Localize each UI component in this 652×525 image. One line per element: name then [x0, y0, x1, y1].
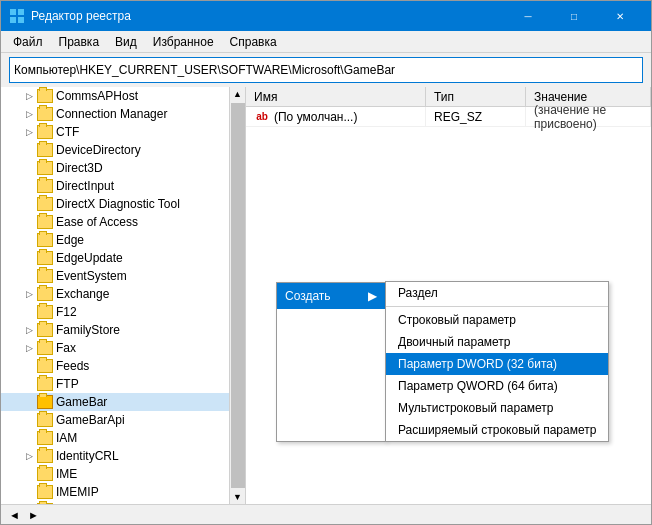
tree-item-connection-manager[interactable]: ▷ Connection Manager — [1, 105, 229, 123]
scroll-down[interactable]: ▼ — [231, 490, 245, 504]
folder-icon — [37, 125, 53, 139]
app-icon — [9, 8, 25, 24]
tree-item-ime[interactable]: IME — [1, 465, 229, 483]
expand-icon — [21, 430, 37, 446]
tree-label: DirectX Diagnostic Tool — [56, 197, 180, 211]
tree-item-fax[interactable]: ▷ Fax — [1, 339, 229, 357]
expand-icon — [21, 160, 37, 176]
tree-item-ctf[interactable]: ▷ CTF — [1, 123, 229, 141]
expand-icon: ▷ — [21, 106, 37, 122]
expand-icon — [21, 358, 37, 374]
detail-name-value: (По умолчан...) — [274, 110, 357, 124]
folder-icon — [37, 467, 53, 481]
tree-label: Ease of Access — [56, 215, 138, 229]
expand-icon: ▷ — [21, 88, 37, 104]
bottom-nav: ◄ ► — [1, 504, 651, 524]
registry-editor-window: Редактор реестра ─ □ ✕ Файл Правка Вид И… — [0, 0, 652, 525]
submenu-label: Двоичный параметр — [398, 335, 511, 349]
tree-item-imemip[interactable]: IMEMIP — [1, 483, 229, 501]
detail-row-default[interactable]: ab (По умолчан...) REG_SZ (значение не п… — [246, 107, 651, 127]
tree-label: Direct3D — [56, 161, 103, 175]
folder-icon — [37, 413, 53, 427]
detail-value-cell: (значение не присвоено) — [526, 107, 651, 126]
context-menu-create: Создать ▶ — [276, 282, 386, 442]
context-menu-container: Создать ▶ Раздел Строковый параметр Двои… — [276, 282, 609, 442]
address-bar[interactable]: Компьютер\HKEY_CURRENT_USER\SOFTWARE\Mic… — [9, 57, 643, 83]
folder-icon — [37, 359, 53, 373]
folder-icon — [37, 431, 53, 445]
tree-label: GameBar — [56, 395, 107, 409]
tree-item-edgeupdate[interactable]: EdgeUpdate — [1, 249, 229, 267]
expand-icon — [21, 502, 37, 504]
expand-icon — [21, 232, 37, 248]
tree-item-directx[interactable]: DirectX Diagnostic Tool — [1, 195, 229, 213]
svg-rect-2 — [10, 17, 16, 23]
tree-item-identitycrl[interactable]: ▷ IdentityCRL — [1, 447, 229, 465]
tree-item-edge[interactable]: Edge — [1, 231, 229, 249]
tree-item-feeds[interactable]: Feeds — [1, 357, 229, 375]
tree-item-gamebarapi[interactable]: GameBarApi — [1, 411, 229, 429]
tree-label: IME — [56, 467, 77, 481]
close-button[interactable]: ✕ — [597, 1, 643, 31]
tree-item-exchange[interactable]: ▷ Exchange — [1, 285, 229, 303]
menu-view[interactable]: Вид — [107, 33, 145, 51]
scroll-up[interactable]: ▲ — [231, 87, 245, 101]
tree-item-iam[interactable]: IAM — [1, 429, 229, 447]
tree-label: FamilyStore — [56, 323, 120, 337]
submenu-item-qword[interactable]: Параметр QWORD (64 бита) — [386, 375, 608, 397]
expand-icon: ▷ — [21, 322, 37, 338]
submenu-divider — [386, 306, 608, 307]
menu-file[interactable]: Файл — [5, 33, 51, 51]
minimize-button[interactable]: ─ — [505, 1, 551, 31]
expand-icon — [21, 250, 37, 266]
folder-icon — [37, 287, 53, 301]
address-text: Компьютер\HKEY_CURRENT_USER\SOFTWARE\Mic… — [14, 63, 638, 77]
nav-back-icon[interactable]: ◄ — [5, 509, 24, 521]
title-bar: Редактор реестра ─ □ ✕ — [1, 1, 651, 31]
tree-item-direct3d[interactable]: Direct3D — [1, 159, 229, 177]
submenu-item-multistring[interactable]: Мультистроковый параметр — [386, 397, 608, 419]
maximize-button[interactable]: □ — [551, 1, 597, 31]
main-content: ▷ CommsAPHost ▷ Connection Manager ▷ CTF — [1, 87, 651, 504]
nav-forward-icon[interactable]: ► — [24, 509, 43, 521]
expand-icon — [21, 394, 37, 410]
submenu-label: Параметр QWORD (64 бита) — [398, 379, 558, 393]
tree-item-gamebar[interactable]: GameBar — [1, 393, 229, 411]
tree-item-directinput[interactable]: DirectInput — [1, 177, 229, 195]
submenu-arrow-icon: ▶ — [368, 289, 377, 303]
submenu-item-string[interactable]: Строковый параметр — [386, 309, 608, 331]
tree-label: IAM — [56, 431, 77, 445]
tree-item-f12[interactable]: F12 — [1, 303, 229, 321]
tree-label: EdgeUpdate — [56, 251, 123, 265]
tree-item-commsaphost[interactable]: ▷ CommsAPHost — [1, 87, 229, 105]
menu-edit[interactable]: Правка — [51, 33, 108, 51]
expand-icon — [21, 412, 37, 428]
svg-rect-0 — [10, 9, 16, 15]
tree-item-ease-of-access[interactable]: Ease of Access — [1, 213, 229, 231]
submenu-item-binary[interactable]: Двоичный параметр — [386, 331, 608, 353]
submenu-item-dword[interactable]: Параметр DWORD (32 бита) — [386, 353, 608, 375]
tree-label: Input — [56, 503, 83, 504]
submenu-item-expandstring[interactable]: Расширяемый строковый параметр — [386, 419, 608, 441]
menu-favorites[interactable]: Избранное — [145, 33, 222, 51]
col-type: Тип — [426, 87, 526, 106]
create-submenu-trigger[interactable]: Создать ▶ — [277, 283, 385, 309]
submenu-item-razdel[interactable]: Раздел — [386, 282, 608, 304]
tree-item-input[interactable]: Input — [1, 501, 229, 504]
menu-help[interactable]: Справка — [222, 33, 285, 51]
tree-item-devicedirectory[interactable]: DeviceDirectory — [1, 141, 229, 159]
tree-item-eventsystem[interactable]: EventSystem — [1, 267, 229, 285]
tree-label: CommsAPHost — [56, 89, 138, 103]
tree-item-ftp[interactable]: FTP — [1, 375, 229, 393]
folder-icon — [37, 305, 53, 319]
folder-icon — [37, 197, 53, 211]
tree-label: EventSystem — [56, 269, 127, 283]
folder-icon — [37, 341, 53, 355]
tree-item-familystore[interactable]: ▷ FamilyStore — [1, 321, 229, 339]
svg-rect-3 — [18, 17, 24, 23]
tree-label: CTF — [56, 125, 79, 139]
tree-scrollbar[interactable]: ▲ ▼ — [229, 87, 245, 504]
expand-icon — [21, 142, 37, 158]
expand-icon: ▷ — [21, 448, 37, 464]
scroll-thumb[interactable] — [231, 103, 245, 488]
